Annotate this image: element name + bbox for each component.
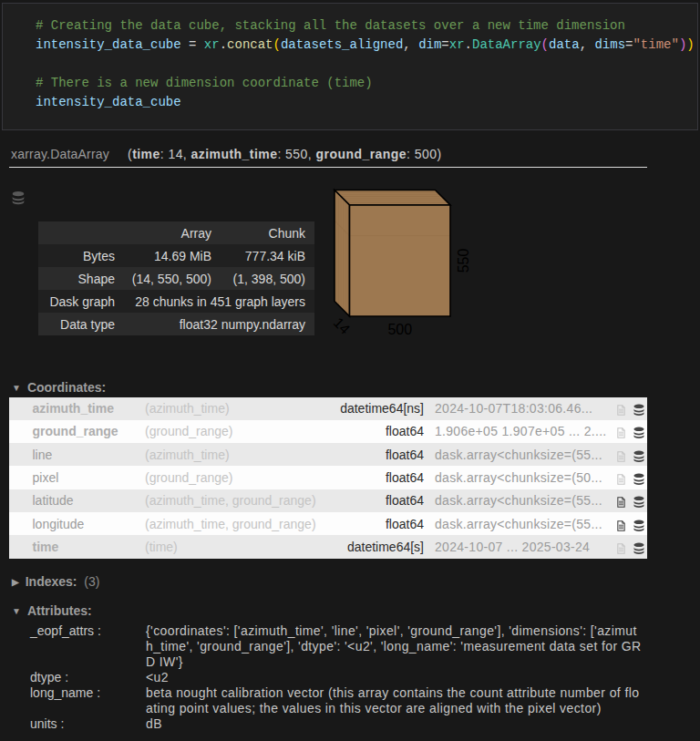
svg-text:500: 500 — [387, 322, 412, 337]
svg-text:550: 550 — [456, 249, 471, 273]
svg-text:14: 14 — [331, 314, 354, 337]
